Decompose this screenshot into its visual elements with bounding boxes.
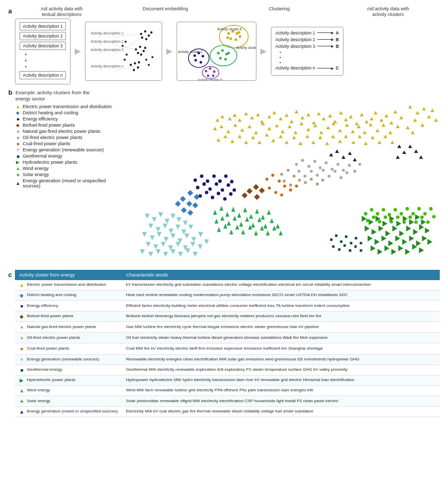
cluster-name: Energy generation (mixed or unspecified … — [27, 409, 118, 414]
svg-marker-60 — [215, 118, 219, 122]
svg-marker-290 — [368, 235, 373, 242]
square-icon: ■ — [19, 367, 24, 373]
svg-marker-133 — [279, 134, 283, 138]
svg-marker-168 — [408, 144, 412, 148]
svg-marker-74 — [295, 110, 299, 113]
svg-point-372 — [202, 182, 206, 186]
svg-point-49 — [201, 55, 204, 58]
svg-point-205 — [278, 179, 281, 182]
svg-point-321 — [372, 215, 375, 219]
embedding-box: Activity description 1 Activity descript… — [85, 22, 162, 81]
svg-point-185 — [303, 175, 306, 178]
legend-gas-fired: ● Natural gas-fired electric power plant… — [15, 129, 118, 134]
svg-marker-295 — [402, 239, 407, 245]
cluster-name: Coal-fired power plants — [27, 346, 69, 351]
svg-point-51 — [199, 61, 202, 64]
svg-marker-242 — [161, 242, 166, 247]
svg-marker-217 — [145, 214, 150, 219]
scatter-legend: Example: activity clusters from theenerg… — [15, 88, 118, 268]
svg-point-50 — [194, 59, 197, 62]
svg-marker-253 — [170, 249, 176, 254]
svg-marker-167 — [402, 150, 406, 154]
table-cell-words: Electricity MW kV coal electric gas fire… — [122, 407, 440, 417]
cluster-name: Electric power transmission and distribu… — [27, 282, 106, 287]
svg-point-365 — [200, 174, 203, 178]
svg-marker-224 — [148, 223, 153, 229]
svg-marker-345 — [233, 215, 237, 220]
svg-marker-155 — [421, 123, 425, 127]
svg-marker-301 — [377, 249, 383, 255]
table-row: ● Coal-fired power plants Coal MW fire k… — [15, 343, 440, 354]
svg-point-29 — [227, 32, 230, 35]
svg-marker-116 — [351, 130, 355, 133]
cluster-name: Wind energy — [27, 388, 50, 393]
output-row-1: Activity description 1 ▶ A — [275, 30, 339, 36]
svg-marker-144 — [351, 141, 355, 144]
svg-point-330 — [426, 220, 430, 224]
svg-marker-289 — [425, 227, 430, 233]
svg-point-373 — [208, 187, 212, 191]
svg-marker-234 — [164, 237, 169, 242]
table-cell-cluster: ◆ District heating and cooling — [15, 290, 122, 300]
cluster-name: Oil-fired electric power plants — [27, 335, 80, 340]
circle-icon: ● — [19, 345, 24, 352]
svg-point-11 — [144, 47, 146, 49]
svg-marker-237 — [184, 233, 189, 238]
svg-marker-169 — [414, 149, 418, 153]
svg-marker-63 — [233, 113, 237, 117]
svg-marker-115 — [345, 123, 349, 127]
svg-point-187 — [316, 174, 319, 177]
svg-marker-293 — [388, 240, 393, 246]
diamond-icon-brown: ◆ — [15, 123, 21, 128]
svg-marker-123 — [396, 125, 400, 128]
triangle-icon-green: ▲ — [15, 166, 21, 171]
svg-marker-240 — [146, 242, 151, 247]
svg-marker-294 — [395, 235, 401, 242]
cluster-name: District heating and cooling — [27, 292, 76, 298]
table-cell-cluster: ◆ Biofuel-fired power plants — [15, 311, 122, 321]
svg-point-1 — [144, 30, 146, 32]
svg-marker-134 — [285, 141, 289, 144]
svg-point-320 — [366, 219, 370, 222]
svg-point-202 — [289, 183, 292, 186]
svg-marker-141 — [331, 134, 335, 138]
legend-energy-efficiency: ● Energy efficiency — [15, 116, 118, 122]
cluster-name: Geothermal energy — [27, 367, 62, 372]
svg-marker-94 — [399, 116, 403, 119]
table-cell-words: Oil fuel electricity steam heavy thermal… — [122, 333, 440, 343]
svg-point-58 — [212, 75, 214, 77]
svg-point-380 — [211, 196, 214, 199]
svg-point-7 — [139, 46, 141, 48]
section-b-label: b — [8, 89, 12, 96]
svg-marker-136 — [299, 142, 303, 145]
svg-marker-232 — [150, 235, 155, 240]
legend-renewable: ▼ Energy generation (renewable sources) — [15, 147, 118, 152]
svg-marker-216 — [242, 192, 248, 198]
table-cell-words: Hydropower hydroelectric MW hydro electr… — [122, 375, 440, 385]
svg-marker-282 — [378, 226, 384, 232]
svg-point-376 — [227, 183, 230, 187]
svg-point-184 — [298, 169, 301, 173]
svg-marker-109 — [306, 128, 311, 131]
svg-marker-96 — [219, 125, 223, 128]
svg-marker-86 — [360, 113, 364, 116]
svg-point-368 — [218, 179, 222, 183]
svg-marker-230 — [188, 225, 194, 230]
svg-marker-255 — [185, 248, 191, 253]
svg-marker-335 — [231, 206, 235, 212]
triangle-down-icon-teal: ▼ — [15, 147, 21, 152]
svg-marker-163 — [341, 155, 346, 159]
svg-point-323 — [384, 215, 387, 219]
svg-marker-333 — [219, 205, 223, 211]
svg-point-313 — [393, 208, 397, 212]
svg-marker-90 — [380, 118, 384, 122]
svg-line-24 — [115, 34, 140, 37]
svg-marker-77 — [312, 120, 316, 124]
clustering-box: Activity cluster A Activity cluster B — [177, 22, 256, 81]
svg-marker-239 — [198, 232, 203, 237]
svg-point-38 — [210, 45, 237, 66]
svg-point-331 — [432, 215, 436, 218]
circle-icon-bright-green: ● — [15, 172, 21, 177]
svg-point-55 — [209, 67, 211, 70]
table-cell-words: Renewable electricity energies clean ele… — [122, 354, 440, 365]
